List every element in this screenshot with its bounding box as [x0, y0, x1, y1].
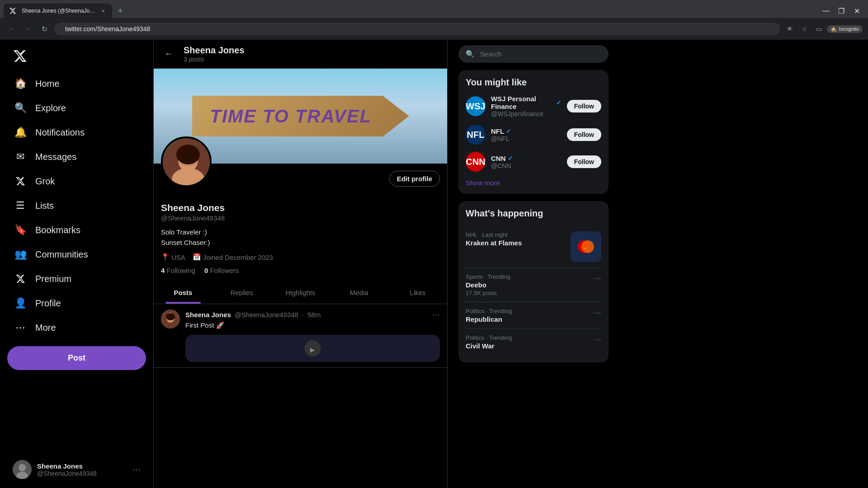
user-account[interactable]: Sheena Jones @SheenaJone49348 ⋯ [7, 455, 146, 484]
sidebar-item-grok[interactable]: Grok [7, 170, 146, 192]
communities-icon: 👥 [14, 249, 26, 260]
following-label: Following [167, 267, 195, 274]
tab-likes[interactable]: Likes [388, 282, 447, 304]
profile-display-name: Sheena Jones [161, 202, 440, 213]
republican-title: Republican [466, 315, 588, 323]
maximize-button[interactable]: ❐ [835, 5, 847, 17]
close-button[interactable]: ✕ [851, 5, 863, 17]
cnn-info: CNN ✓ @CNN [491, 155, 561, 169]
sidebar-item-premium[interactable]: Premium [7, 267, 146, 290]
sidebar-item-more[interactable]: ⋯ More [7, 316, 146, 339]
nfl-handle: @NFL [491, 135, 561, 142]
search-box[interactable]: 🔍 [458, 45, 609, 63]
republican-info: Politics · Trending Republican [466, 308, 588, 323]
forward-nav-button[interactable]: → [22, 23, 34, 35]
civilwar-title: Civil War [466, 342, 588, 350]
minimize-button[interactable]: — [820, 5, 832, 17]
back-nav-button[interactable]: ← [5, 23, 18, 35]
profile-meta: 📍 USA 📅 Joined December 2023 [161, 253, 440, 261]
follow-nfl-button[interactable]: Follow [567, 128, 601, 141]
star-icon[interactable]: ☆ [798, 23, 811, 35]
following-stat[interactable]: 4 Following [161, 267, 195, 274]
happening-deebo[interactable]: Sports · Trending Deebo 17.5K posts ⋯ [466, 268, 601, 302]
new-tab-button[interactable]: + [114, 5, 127, 17]
sidebar-icon[interactable]: ▭ [812, 23, 825, 35]
civilwar-more-icon[interactable]: ⋯ [593, 334, 601, 344]
nfl-name: NFL ✓ [491, 127, 561, 135]
profile-names: Sheena Jones @SheenaJone49348 [161, 202, 440, 222]
happening-republican[interactable]: Politics · Trending Republican ⋯ [466, 302, 601, 329]
post-button[interactable]: Post [7, 346, 146, 370]
sidebar-label-more: More [35, 323, 56, 333]
profile-avatar [161, 136, 212, 187]
search-input[interactable] [480, 50, 601, 58]
followers-stat[interactable]: 0 Followers [204, 267, 239, 274]
deebo-more-icon[interactable]: ⋯ [593, 273, 601, 283]
sidebar-item-profile[interactable]: 👤 Profile [7, 292, 146, 314]
you-might-like-widget: You might like WSJ WSJ Personal Finance … [458, 70, 609, 194]
happening-civilwar[interactable]: Politics · Trending Civil War ⋯ [466, 329, 601, 355]
happening-kraken[interactable]: NHL · Last night Kraken at Flames 🏒 [466, 226, 601, 268]
notifications-icon: 🔔 [14, 127, 26, 138]
sidebar-item-explore[interactable]: 🔍 Explore [7, 97, 146, 119]
user-handle: @SheenaJone49348 [37, 470, 127, 477]
svg-point-8 [176, 145, 200, 164]
eye-slash-icon[interactable]: 👁 [783, 23, 796, 35]
main-content: ← Sheena Jones 3 posts TIME TO TRAVEL [154, 40, 448, 488]
sidebar-item-home[interactable]: 🏠 Home [7, 72, 146, 95]
profile-info-section: Edit profile Sheena Jones @SheenaJone493… [154, 164, 447, 282]
svg-text:🏒: 🏒 [583, 244, 589, 250]
tweet-body: Sheena Jones @SheenaJone49348 · 58m ⋯ Fi… [185, 310, 440, 362]
back-button[interactable]: ← [161, 47, 176, 62]
tab-replies[interactable]: Replies [212, 282, 271, 304]
sidebar-label-communities: Communities [35, 249, 88, 260]
nfl-info: NFL ✓ @NFL [491, 127, 561, 142]
kraken-category: NHL · Last night [466, 231, 565, 238]
incognito-badge: 🕵 Incognito [827, 25, 863, 33]
location-icon: 📍 [161, 253, 170, 261]
whats-happening-widget: What's happening NHL · Last night Kraken… [458, 201, 609, 362]
tweet-header: Sheena Jones @SheenaJone49348 · 58m ⋯ [185, 310, 440, 319]
address-bar[interactable]: twitter.com/SheenaJone49348 [54, 23, 780, 35]
premium-icon [14, 273, 26, 285]
tweet-avatar [161, 310, 180, 328]
tab-highlights[interactable]: Highlights [271, 282, 330, 304]
banner-arrow-sign: TIME TO TRAVEL [192, 96, 409, 136]
explore-icon: 🔍 [14, 102, 26, 114]
sidebar-label-messages: Messages [35, 152, 76, 162]
bookmarks-icon: 🔖 [14, 224, 26, 236]
tweet-author-handle: @SheenaJone49348 [235, 311, 298, 319]
tab-posts[interactable]: Posts [154, 282, 212, 304]
wsj-verified-icon: ✓ [556, 99, 561, 106]
tab-title: Sheena Jones (@SheenaJone49... [22, 8, 97, 14]
sidebar-label-home: Home [35, 79, 59, 89]
sidebar-item-messages[interactable]: ✉ Messages [7, 145, 146, 168]
show-more-link[interactable]: Show more [466, 179, 601, 187]
sidebar-item-notifications[interactable]: 🔔 Notifications [7, 121, 146, 144]
suggest-nfl: NFL NFL ✓ @NFL Follow [466, 125, 601, 145]
tab-media[interactable]: Media [330, 282, 388, 304]
edit-profile-button[interactable]: Edit profile [389, 171, 440, 187]
active-tab[interactable]: Sheena Jones (@SheenaJone49... ✕ [4, 4, 112, 18]
profile-bio-line1: Solo Traveler :) [161, 227, 440, 238]
tab-close-button[interactable]: ✕ [99, 7, 107, 14]
profile-tabs: Posts Replies Highlights Media Likes [154, 282, 447, 304]
sidebar-label-profile: Profile [35, 298, 61, 309]
refresh-button[interactable]: ↻ [38, 23, 51, 35]
wsj-info: WSJ Personal Finance ✓ @WSJpersfinance [491, 95, 561, 117]
follow-cnn-button[interactable]: Follow [567, 155, 601, 168]
follow-wsj-button[interactable]: Follow [567, 100, 601, 113]
sidebar-item-bookmarks[interactable]: 🔖 Bookmarks [7, 219, 146, 241]
tweet-more-button[interactable]: ⋯ [432, 310, 440, 319]
right-sidebar: 🔍 You might like WSJ WSJ Personal Financ… [448, 40, 619, 488]
account-more-icon: ⋯ [132, 465, 141, 474]
sidebar-item-lists[interactable]: ☰ Lists [7, 194, 146, 217]
x-logo[interactable] [7, 43, 146, 70]
sidebar-label-notifications: Notifications [35, 127, 85, 138]
profile-location: 📍 USA [161, 253, 185, 261]
wsj-handle: @WSJpersfinance [491, 110, 561, 117]
suggest-cnn: CNN CNN ✓ @CNN Follow [466, 152, 601, 172]
home-icon: 🏠 [14, 78, 26, 89]
republican-more-icon[interactable]: ⋯ [593, 308, 601, 318]
sidebar-item-communities[interactable]: 👥 Communities [7, 243, 146, 266]
